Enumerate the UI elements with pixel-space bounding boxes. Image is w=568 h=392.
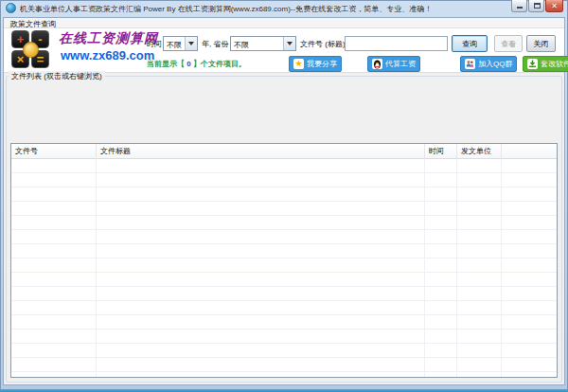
close-window-button[interactable]: 关闭	[526, 35, 556, 52]
file-list-group: 文件号 文件标题 时间 发文单位	[6, 76, 562, 383]
time-label: 时间	[147, 39, 162, 49]
app-window: 机关事业单位人事工资政策文件汇编 Power By 在线工资测算网(www.zx…	[0, 0, 568, 392]
minimize-button[interactable]	[511, 0, 527, 12]
title-bar: 机关事业单位人事工资政策文件汇编 Power By 在线工资测算网(www.zx…	[0, 0, 568, 17]
year-province-label: 年, 省份	[202, 39, 228, 49]
time-select-value: 不限	[167, 40, 182, 50]
site-url: www.zx689.com	[61, 48, 154, 62]
toolbar-panel: + - × = 在线工资测算网 www.zx689.com 时间 不限 年, 省…	[4, 28, 564, 73]
coin-icon	[23, 42, 39, 58]
download-icon	[527, 59, 538, 69]
maximize-button[interactable]	[528, 0, 544, 12]
year-province-select-value: 不限	[234, 40, 249, 50]
column-header-blank[interactable]	[502, 144, 557, 159]
column-header-time[interactable]: 时间	[425, 144, 457, 159]
year-province-select[interactable]: 不限	[230, 36, 296, 51]
salary-software-button[interactable]: 套改软件	[523, 56, 568, 72]
chevron-down-icon	[283, 37, 295, 50]
column-header-fileno[interactable]: 文件号	[11, 144, 97, 159]
column-header-issuer[interactable]: 发文单位	[457, 144, 502, 159]
file-list-header: 文件号 文件标题 时间 发文单位	[11, 144, 557, 159]
share-button[interactable]: ★ 我要分享	[289, 56, 342, 72]
time-select[interactable]: 不限	[163, 36, 198, 51]
item-count-status: 当前显示【 0 】个文件项目。	[147, 59, 246, 69]
close-icon: ✕	[546, 0, 562, 11]
minimize-icon	[517, 7, 523, 9]
file-list: 文件号 文件标题 时间 发文单位	[10, 143, 558, 378]
fileno-label: 文件号 (标题)	[300, 39, 346, 49]
site-name: 在线工资测算网	[59, 30, 158, 47]
qq-penguin-icon	[372, 59, 382, 69]
file-list-body[interactable]	[11, 159, 557, 377]
salary-software-button-label: 套改软件	[541, 59, 568, 69]
chevron-down-icon	[185, 37, 197, 50]
maximize-icon	[534, 3, 541, 9]
calc-salary-button-label: 代算工资	[385, 59, 416, 69]
join-qq-group-button[interactable]: 加入QQ群	[460, 56, 517, 72]
column-divider	[456, 159, 457, 377]
file-list-group-label: 文件列表 (双击或右键浏览)	[9, 71, 105, 81]
window-title: 机关事业单位人事工资政策文件汇编 Power By 在线工资测算网(www.zx…	[20, 4, 432, 14]
window-controls: ✕	[511, 0, 563, 12]
query-button[interactable]: 查询	[452, 35, 488, 52]
app-icon	[6, 3, 16, 13]
client-area: 政策文件查询 + - × = 在线工资测算网 www.zx689.com 时间 …	[3, 17, 565, 385]
close-button[interactable]: ✕	[545, 0, 563, 12]
fileno-input[interactable]	[345, 36, 448, 51]
site-logo: + - × = 在线工资测算网 www.zx689.com	[11, 30, 144, 70]
star-icon: ★	[293, 59, 304, 69]
share-button-label: 我要分享	[307, 59, 337, 69]
calc-salary-button[interactable]: 代算工资	[367, 56, 420, 72]
menu-bar: 政策文件查询	[4, 18, 564, 28]
column-divider	[96, 159, 97, 377]
view-button[interactable]: 查看	[494, 35, 523, 52]
column-divider	[424, 159, 425, 377]
qq-group-icon	[465, 59, 475, 69]
column-header-title[interactable]: 文件标题	[97, 144, 425, 159]
join-qq-group-button-label: 加入QQ群	[478, 59, 512, 69]
column-divider	[501, 159, 502, 377]
